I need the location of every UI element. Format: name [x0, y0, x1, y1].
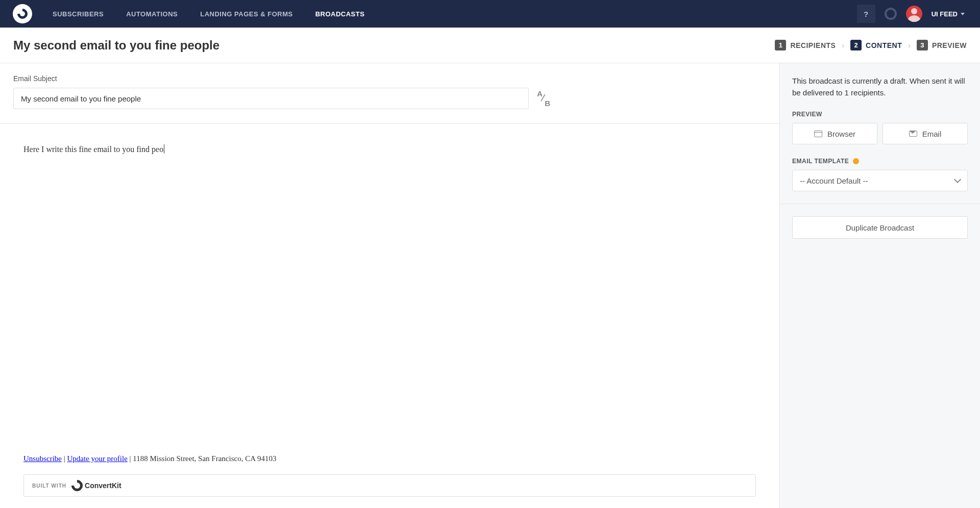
step-recipients[interactable]: 1 RECIPIENTS — [775, 40, 836, 50]
step-content[interactable]: 2 CONTENT — [850, 40, 902, 50]
help-button[interactable]: ? — [857, 5, 875, 23]
step-num: 2 — [850, 40, 862, 50]
step-label: RECIPIENTS — [790, 41, 836, 49]
nav-broadcasts[interactable]: BROADCASTS — [315, 10, 365, 18]
nav-right: ? UI FEED — [857, 5, 965, 23]
subheader: My second email to you fine people 1 REC… — [0, 28, 980, 63]
logo[interactable] — [13, 4, 32, 23]
nav-subscribers[interactable]: SUBSCRIBERS — [53, 10, 104, 18]
nav-links: SUBSCRIBERS AUTOMATIONS LANDING PAGES & … — [53, 10, 364, 18]
step-num: 1 — [775, 40, 786, 50]
step-num: 3 — [917, 40, 928, 50]
logo-icon — [15, 7, 30, 21]
user-name: UI FEED — [932, 10, 958, 18]
top-navigation: SUBSCRIBERS AUTOMATIONS LANDING PAGES & … — [0, 0, 980, 28]
step-label: CONTENT — [866, 41, 902, 49]
step-label: PREVIEW — [932, 41, 967, 49]
page-title: My second email to you fine people — [13, 38, 219, 53]
wizard-steps: 1 RECIPIENTS › 2 CONTENT › 3 PREVIEW — [775, 40, 967, 50]
caret-down-icon — [961, 13, 965, 15]
user-menu[interactable]: UI FEED — [932, 10, 965, 18]
step-preview[interactable]: 3 PREVIEW — [917, 40, 967, 50]
chevron-right-icon: › — [908, 41, 911, 49]
nav-automations[interactable]: AUTOMATIONS — [126, 10, 178, 18]
nav-landing-pages[interactable]: LANDING PAGES & FORMS — [200, 10, 292, 18]
avatar[interactable] — [906, 6, 922, 22]
chevron-right-icon: › — [842, 41, 844, 49]
status-circle-icon[interactable] — [885, 8, 897, 20]
